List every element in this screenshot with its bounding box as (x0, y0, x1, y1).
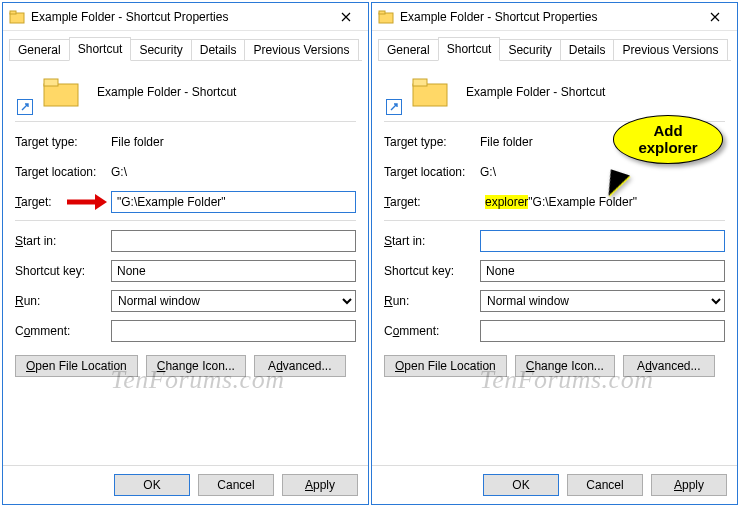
shortcut-overlay-icon (17, 99, 33, 115)
tab-strip: General Shortcut Security Details Previo… (372, 31, 737, 61)
run-select[interactable]: Normal window (111, 290, 356, 312)
shortcut-key-label: Shortcut key: (384, 264, 480, 278)
svg-rect-3 (44, 79, 58, 86)
shortcut-key-label: Shortcut key: (15, 264, 111, 278)
advanced-button[interactable]: Advanced... (623, 355, 715, 377)
close-button[interactable] (324, 3, 368, 31)
target-type-label: Target type: (384, 135, 480, 149)
target-input[interactable] (111, 191, 356, 213)
properties-window-left: Example Folder - Shortcut Properties Gen… (2, 2, 369, 505)
window-title: Example Folder - Shortcut Properties (31, 10, 324, 24)
tab-general[interactable]: General (9, 39, 70, 61)
apply-button[interactable]: Apply (282, 474, 358, 496)
comment-label: Comment: (15, 324, 111, 338)
target-value-text: "G:\Example Folder" (528, 195, 637, 209)
run-label: Run: (15, 294, 111, 308)
tab-strip: General Shortcut Security Details Previo… (3, 31, 368, 61)
target-type-value: File folder (111, 135, 164, 149)
shortcut-name: Example Folder - Shortcut (97, 85, 236, 99)
target-type-value: File folder (480, 135, 533, 149)
tab-pane: Example Folder - Shortcut Target type: F… (3, 61, 368, 465)
cancel-button[interactable]: Cancel (198, 474, 274, 496)
tab-general[interactable]: General (378, 39, 439, 61)
tab-pane: Example Folder - Shortcut Target type: F… (372, 61, 737, 465)
target-prefix: explorer (485, 195, 528, 209)
target-label: Target: (15, 195, 111, 209)
run-label: Run: (384, 294, 480, 308)
target-label: Target: (384, 195, 480, 209)
tab-details[interactable]: Details (560, 39, 615, 61)
shortcut-name: Example Folder - Shortcut (466, 85, 605, 99)
titlebar[interactable]: Example Folder - Shortcut Properties (372, 3, 737, 31)
target-type-label: Target type: (15, 135, 111, 149)
comment-input[interactable] (480, 320, 725, 342)
comment-input[interactable] (111, 320, 356, 342)
ok-button[interactable]: OK (483, 474, 559, 496)
dialog-footer: OK Cancel Apply (372, 465, 737, 504)
tab-shortcut[interactable]: Shortcut (438, 37, 501, 61)
comment-label: Comment: (384, 324, 480, 338)
ok-button[interactable]: OK (114, 474, 190, 496)
tab-details[interactable]: Details (191, 39, 246, 61)
folder-icon (412, 77, 448, 107)
apply-button[interactable]: Apply (651, 474, 727, 496)
shortcut-overlay-icon (386, 99, 402, 115)
close-button[interactable] (693, 3, 737, 31)
target-location-label: Target location: (384, 165, 480, 179)
tab-shortcut[interactable]: Shortcut (69, 37, 132, 61)
folder-icon (378, 9, 394, 25)
target-location-label: Target location: (15, 165, 111, 179)
open-file-location-button[interactable]: Open File Location (15, 355, 138, 377)
target-location-value: G:\ (480, 165, 496, 179)
shortcut-key-input[interactable] (111, 260, 356, 282)
change-icon-button[interactable]: Change Icon... (515, 355, 615, 377)
target-input[interactable]: explorer "G:\Example Folder" (480, 195, 725, 209)
dialog-footer: OK Cancel Apply (3, 465, 368, 504)
svg-rect-6 (413, 84, 447, 106)
tab-previous-versions[interactable]: Previous Versions (613, 39, 727, 61)
run-select[interactable]: Normal window (480, 290, 725, 312)
tab-security[interactable]: Security (130, 39, 191, 61)
folder-icon (43, 77, 79, 107)
start-in-label: Start in: (15, 234, 111, 248)
folder-icon (9, 9, 25, 25)
tab-previous-versions[interactable]: Previous Versions (244, 39, 358, 61)
properties-window-right: Example Folder - Shortcut Properties Gen… (371, 2, 738, 505)
window-title: Example Folder - Shortcut Properties (400, 10, 693, 24)
tab-security[interactable]: Security (499, 39, 560, 61)
titlebar[interactable]: Example Folder - Shortcut Properties (3, 3, 368, 31)
svg-rect-2 (44, 84, 78, 106)
close-icon (341, 12, 351, 22)
start-in-input[interactable] (480, 230, 725, 252)
svg-rect-7 (413, 79, 427, 86)
close-icon (710, 12, 720, 22)
cancel-button[interactable]: Cancel (567, 474, 643, 496)
target-location-value: G:\ (111, 165, 127, 179)
advanced-button[interactable]: Advanced... (254, 355, 346, 377)
open-file-location-button[interactable]: Open File Location (384, 355, 507, 377)
start-in-label: Start in: (384, 234, 480, 248)
svg-rect-5 (379, 11, 385, 14)
start-in-input[interactable] (111, 230, 356, 252)
change-icon-button[interactable]: Change Icon... (146, 355, 246, 377)
svg-rect-1 (10, 11, 16, 14)
shortcut-key-input[interactable] (480, 260, 725, 282)
